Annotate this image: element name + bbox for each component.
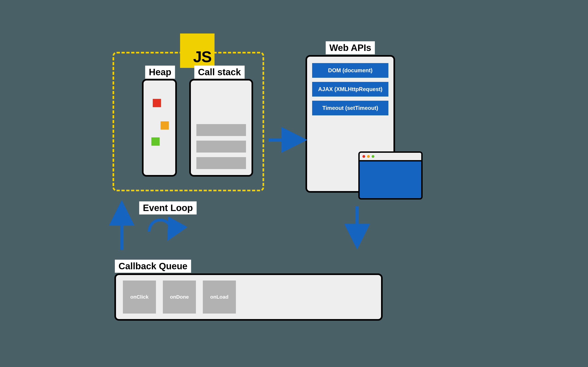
js-logo-text: JS — [193, 48, 211, 66]
heap-box — [142, 79, 177, 177]
call-stack-box — [189, 79, 253, 177]
heap-label: Heap — [145, 66, 175, 79]
browser-window-icon — [358, 151, 423, 200]
window-dot-green — [372, 155, 374, 158]
callback-item: onLoad — [203, 281, 236, 314]
event-loop-label: Event Loop — [139, 201, 197, 215]
heap-object-orange — [161, 121, 169, 130]
callback-queue-box: onClick onDone onLoad — [114, 273, 383, 321]
event-loop-icon — [149, 220, 171, 236]
call-stack-label: Call stack — [194, 66, 245, 79]
web-apis-label: Web APIs — [326, 41, 375, 54]
stack-frame — [196, 124, 246, 136]
browser-titlebar — [360, 153, 421, 161]
stack-frame — [196, 141, 246, 152]
callback-queue-label: Callback Queue — [115, 260, 191, 273]
web-api-item: AJAX (XMLHttpRequest) — [312, 82, 389, 97]
callback-item: onClick — [123, 281, 156, 314]
web-api-item: Timeout (setTimeout) — [312, 101, 389, 115]
callback-item: onDone — [163, 281, 196, 314]
window-dot-red — [363, 155, 365, 158]
web-api-item: DOM (document) — [312, 63, 389, 78]
js-logo: JS — [180, 33, 215, 68]
heap-object-green — [151, 137, 160, 146]
stack-frame — [196, 157, 246, 169]
window-dot-yellow — [367, 155, 370, 158]
heap-object-red — [153, 99, 161, 107]
